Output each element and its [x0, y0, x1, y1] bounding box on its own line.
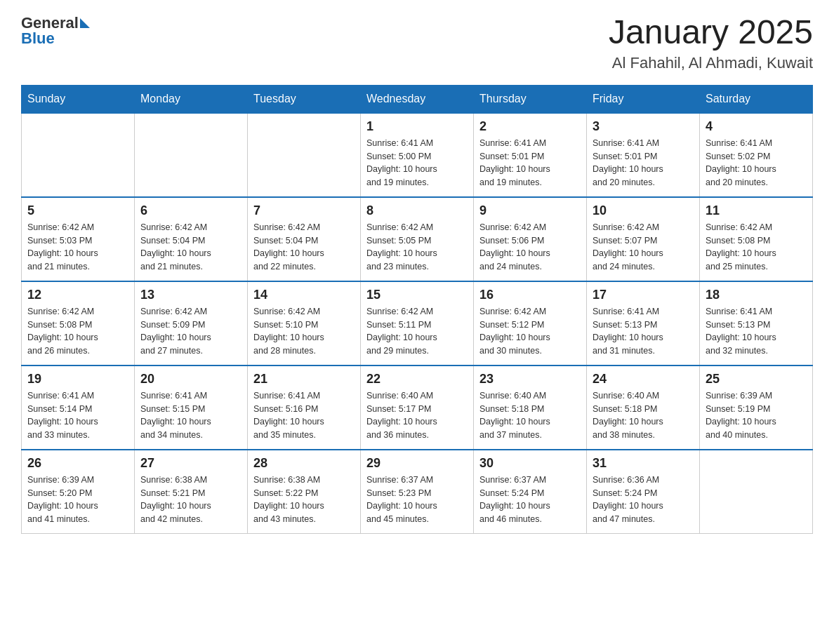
day-number: 25: [706, 372, 807, 387]
day-number: 12: [27, 288, 128, 302]
calendar-cell: 14Sunrise: 6:42 AM Sunset: 5:10 PM Dayli…: [248, 281, 361, 365]
day-number: 20: [140, 372, 241, 387]
day-info: Sunrise: 6:41 AM Sunset: 5:14 PM Dayligh…: [27, 389, 128, 442]
calendar-cell: 12Sunrise: 6:42 AM Sunset: 5:08 PM Dayli…: [22, 281, 135, 365]
day-of-week-header: Sunday: [22, 85, 135, 113]
calendar-cell: 7Sunrise: 6:42 AM Sunset: 5:04 PM Daylig…: [248, 197, 361, 281]
day-number: 17: [593, 288, 694, 302]
day-number: 23: [479, 372, 581, 387]
day-number: 22: [366, 372, 468, 387]
day-number: 13: [140, 288, 241, 302]
day-info: Sunrise: 6:42 AM Sunset: 5:08 PM Dayligh…: [27, 305, 128, 358]
calendar-cell: 5Sunrise: 6:42 AM Sunset: 5:03 PM Daylig…: [22, 197, 135, 281]
day-info: Sunrise: 6:42 AM Sunset: 5:08 PM Dayligh…: [706, 221, 807, 274]
day-number: 4: [706, 119, 807, 134]
calendar-cell: [248, 113, 361, 197]
calendar-week-row: 1Sunrise: 6:41 AM Sunset: 5:00 PM Daylig…: [22, 113, 813, 197]
logo: General Blue: [21, 14, 90, 48]
location-title: Al Fahahil, Al Ahmadi, Kuwait: [609, 54, 813, 72]
day-info: Sunrise: 6:42 AM Sunset: 5:03 PM Dayligh…: [27, 221, 128, 274]
calendar-week-row: 12Sunrise: 6:42 AM Sunset: 5:08 PM Dayli…: [22, 281, 813, 365]
calendar-cell: 22Sunrise: 6:40 AM Sunset: 5:17 PM Dayli…: [361, 365, 474, 450]
day-of-week-header: Wednesday: [361, 85, 474, 113]
day-info: Sunrise: 6:42 AM Sunset: 5:06 PM Dayligh…: [479, 221, 581, 274]
day-number: 15: [366, 288, 468, 302]
day-info: Sunrise: 6:41 AM Sunset: 5:01 PM Dayligh…: [593, 137, 694, 189]
title-block: January 2025 Al Fahahil, Al Ahmadi, Kuwa…: [609, 14, 813, 72]
day-info: Sunrise: 6:41 AM Sunset: 5:00 PM Dayligh…: [366, 137, 468, 189]
day-info: Sunrise: 6:42 AM Sunset: 5:04 PM Dayligh…: [253, 221, 355, 274]
calendar-cell: [22, 113, 135, 197]
day-info: Sunrise: 6:41 AM Sunset: 5:01 PM Dayligh…: [479, 137, 581, 189]
calendar-cell: 19Sunrise: 6:41 AM Sunset: 5:14 PM Dayli…: [22, 365, 135, 450]
day-info: Sunrise: 6:42 AM Sunset: 5:09 PM Dayligh…: [140, 305, 241, 358]
calendar-cell: 16Sunrise: 6:42 AM Sunset: 5:12 PM Dayli…: [474, 281, 587, 365]
calendar-cell: 21Sunrise: 6:41 AM Sunset: 5:16 PM Dayli…: [248, 365, 361, 450]
day-info: Sunrise: 6:39 AM Sunset: 5:20 PM Dayligh…: [27, 474, 128, 526]
calendar-cell: 26Sunrise: 6:39 AM Sunset: 5:20 PM Dayli…: [22, 450, 135, 534]
day-info: Sunrise: 6:38 AM Sunset: 5:22 PM Dayligh…: [253, 474, 355, 526]
calendar-cell: 15Sunrise: 6:42 AM Sunset: 5:11 PM Dayli…: [361, 281, 474, 365]
day-number: 1: [366, 119, 468, 134]
day-number: 27: [140, 456, 241, 471]
calendar-cell: [135, 113, 248, 197]
logo-triangle-icon: [80, 18, 90, 28]
day-info: Sunrise: 6:41 AM Sunset: 5:13 PM Dayligh…: [593, 305, 694, 358]
day-number: 28: [253, 456, 355, 471]
day-number: 24: [593, 372, 694, 387]
logo-text-blue: Blue: [21, 29, 55, 48]
calendar-cell: [700, 450, 813, 534]
calendar-cell: 9Sunrise: 6:42 AM Sunset: 5:06 PM Daylig…: [474, 197, 587, 281]
calendar-cell: 17Sunrise: 6:41 AM Sunset: 5:13 PM Dayli…: [587, 281, 700, 365]
day-number: 18: [706, 288, 807, 302]
day-number: 5: [27, 203, 128, 218]
day-number: 7: [253, 203, 355, 218]
day-info: Sunrise: 6:42 AM Sunset: 5:05 PM Dayligh…: [366, 221, 468, 274]
day-number: 21: [253, 372, 355, 387]
calendar-cell: 20Sunrise: 6:41 AM Sunset: 5:15 PM Dayli…: [135, 365, 248, 450]
day-info: Sunrise: 6:38 AM Sunset: 5:21 PM Dayligh…: [140, 474, 241, 526]
day-number: 19: [27, 372, 128, 387]
day-number: 10: [593, 203, 694, 218]
day-info: Sunrise: 6:41 AM Sunset: 5:13 PM Dayligh…: [706, 305, 807, 358]
day-number: 2: [479, 119, 581, 134]
day-info: Sunrise: 6:39 AM Sunset: 5:19 PM Dayligh…: [706, 389, 807, 442]
calendar-cell: 18Sunrise: 6:41 AM Sunset: 5:13 PM Dayli…: [700, 281, 813, 365]
day-info: Sunrise: 6:41 AM Sunset: 5:02 PM Dayligh…: [706, 137, 807, 189]
day-number: 3: [593, 119, 694, 134]
day-info: Sunrise: 6:42 AM Sunset: 5:07 PM Dayligh…: [593, 221, 694, 274]
day-info: Sunrise: 6:40 AM Sunset: 5:18 PM Dayligh…: [479, 389, 581, 442]
calendar-cell: 25Sunrise: 6:39 AM Sunset: 5:19 PM Dayli…: [700, 365, 813, 450]
calendar-cell: 13Sunrise: 6:42 AM Sunset: 5:09 PM Dayli…: [135, 281, 248, 365]
calendar-cell: 30Sunrise: 6:37 AM Sunset: 5:24 PM Dayli…: [474, 450, 587, 534]
day-number: 6: [140, 203, 241, 218]
calendar-cell: 29Sunrise: 6:37 AM Sunset: 5:23 PM Dayli…: [361, 450, 474, 534]
calendar-cell: 8Sunrise: 6:42 AM Sunset: 5:05 PM Daylig…: [361, 197, 474, 281]
day-info: Sunrise: 6:42 AM Sunset: 5:04 PM Dayligh…: [140, 221, 241, 274]
month-title: January 2025: [609, 14, 813, 51]
calendar-cell: 6Sunrise: 6:42 AM Sunset: 5:04 PM Daylig…: [135, 197, 248, 281]
day-of-week-header: Tuesday: [248, 85, 361, 113]
day-info: Sunrise: 6:41 AM Sunset: 5:15 PM Dayligh…: [140, 389, 241, 442]
calendar-cell: 10Sunrise: 6:42 AM Sunset: 5:07 PM Dayli…: [587, 197, 700, 281]
day-number: 14: [253, 288, 355, 302]
calendar-header-row: SundayMondayTuesdayWednesdayThursdayFrid…: [22, 85, 813, 113]
day-of-week-header: Thursday: [474, 85, 587, 113]
day-info: Sunrise: 6:37 AM Sunset: 5:24 PM Dayligh…: [479, 474, 581, 526]
calendar-cell: 1Sunrise: 6:41 AM Sunset: 5:00 PM Daylig…: [361, 113, 474, 197]
day-info: Sunrise: 6:42 AM Sunset: 5:11 PM Dayligh…: [366, 305, 468, 358]
page-header: General Blue January 2025 Al Fahahil, Al…: [21, 14, 813, 72]
calendar-cell: 2Sunrise: 6:41 AM Sunset: 5:01 PM Daylig…: [474, 113, 587, 197]
day-number: 26: [27, 456, 128, 471]
day-of-week-header: Saturday: [700, 85, 813, 113]
day-number: 11: [706, 203, 807, 218]
day-number: 30: [479, 456, 581, 471]
day-info: Sunrise: 6:36 AM Sunset: 5:24 PM Dayligh…: [593, 474, 694, 526]
calendar-week-row: 19Sunrise: 6:41 AM Sunset: 5:14 PM Dayli…: [22, 365, 813, 450]
day-of-week-header: Friday: [587, 85, 700, 113]
day-info: Sunrise: 6:41 AM Sunset: 5:16 PM Dayligh…: [253, 389, 355, 442]
calendar-cell: 4Sunrise: 6:41 AM Sunset: 5:02 PM Daylig…: [700, 113, 813, 197]
day-of-week-header: Monday: [135, 85, 248, 113]
day-info: Sunrise: 6:42 AM Sunset: 5:10 PM Dayligh…: [253, 305, 355, 358]
day-number: 16: [479, 288, 581, 302]
